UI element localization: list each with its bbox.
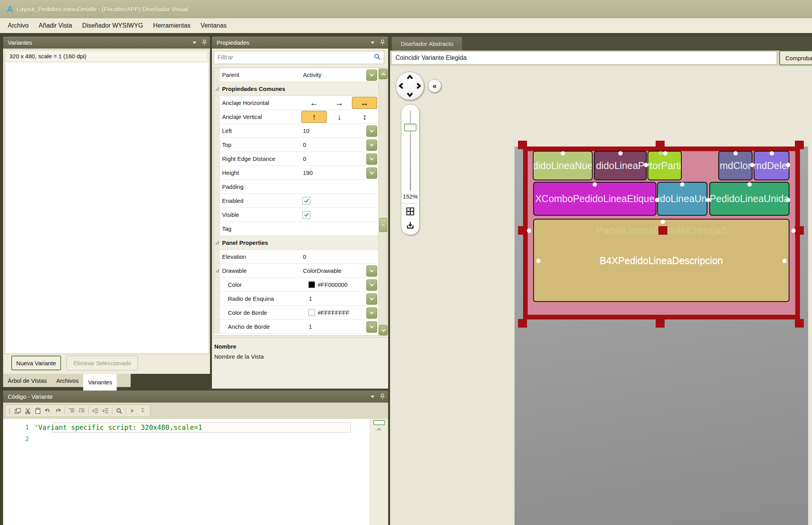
anchor-dot-green[interactable] [658, 151, 663, 155]
anchor-dot[interactable] [661, 220, 665, 224]
selection-handle[interactable] [795, 226, 804, 235]
abstract-designer-canvas[interactable]: « 152% didoLineaNuedidoLineaPPtorParticm… [390, 66, 812, 525]
panel-menu-icon[interactable] [371, 42, 374, 44]
property-row-left[interactable]: Left10 [214, 124, 378, 138]
panel-menu-icon[interactable] [371, 396, 374, 398]
anchor-dot[interactable] [655, 198, 659, 202]
anchor-dot[interactable] [593, 182, 597, 187]
property-row-drawable[interactable]: DrawableColorDrawable [214, 264, 378, 278]
copy-icon[interactable] [12, 406, 23, 415]
property-value[interactable] [301, 208, 378, 222]
nueva-variante-button[interactable]: Nueva Variante [11, 356, 61, 370]
property-value[interactable] [301, 194, 378, 208]
anchor-dot[interactable] [644, 163, 648, 167]
dropdown-button[interactable] [366, 293, 377, 305]
checkbox-enabled[interactable] [303, 197, 310, 205]
dropdown-button[interactable] [366, 70, 377, 81]
more-icon[interactable] [138, 406, 148, 415]
dock-tab-variantes[interactable]: Variantes [83, 374, 117, 391]
indent-list-2-icon[interactable] [77, 406, 87, 415]
selection-handle[interactable] [518, 319, 527, 328]
property-row-anclaje-vertical[interactable]: Anclaje Vertical↑↓↕ [214, 110, 378, 124]
code-editor[interactable]: 1'Variant specific script: 320x480,scale… [3, 419, 369, 525]
menu-item-archivo[interactable]: Archivo [3, 18, 33, 33]
property-value[interactable]: ←→↔ [301, 96, 378, 110]
property-row-right-edge-distance[interactable]: Right Edge Distance0 [214, 152, 378, 166]
snap-download-icon[interactable] [404, 220, 416, 230]
dropdown-button[interactable] [366, 307, 377, 319]
dropdown-button[interactable] [366, 265, 377, 277]
property-value[interactable]: 10 [301, 124, 378, 138]
tab-disenador-abstracto[interactable]: Diseñador Abstracto [392, 37, 462, 51]
scrollbar-thumb[interactable] [373, 420, 385, 425]
color-swatch[interactable] [308, 281, 315, 288]
dropdown-button[interactable] [366, 153, 377, 165]
anchor-dot[interactable] [786, 198, 790, 202]
anchor-top-icon[interactable]: ↑ [301, 111, 327, 123]
property-value[interactable]: #FFFFFFFF [307, 306, 378, 319]
panel-menu-icon[interactable] [192, 42, 196, 44]
property-value[interactable]: 1 [307, 292, 378, 305]
pin-icon[interactable] [380, 394, 385, 399]
expand-triangle-icon[interactable] [214, 264, 220, 277]
variants-list[interactable]: 320 x 480, scale = 1 (160 dpi) [5, 49, 209, 354]
anchor-dot[interactable] [536, 259, 541, 263]
selection-handle[interactable] [658, 226, 667, 235]
property-group-panel-properties[interactable]: Panel Properties [214, 236, 378, 250]
anchor-dot[interactable] [706, 198, 710, 202]
comprobar-button[interactable]: Comprobar [779, 51, 812, 65]
filter-input[interactable]: Filtrar [214, 51, 384, 64]
outdent-block-icon[interactable] [90, 406, 100, 415]
property-value[interactable]: 1 [307, 320, 378, 333]
undo-icon[interactable] [43, 406, 53, 415]
redo-icon[interactable] [53, 406, 63, 415]
selection-handle[interactable] [518, 226, 527, 235]
fit-to-screen-icon[interactable] [404, 206, 416, 216]
dropdown-button[interactable] [366, 140, 377, 151]
eliminar-seleccionado-button[interactable]: Eliminar Seleccionado [66, 356, 138, 370]
scroll-up-icon[interactable] [373, 426, 385, 433]
anchor-dot[interactable] [791, 228, 796, 233]
property-value[interactable]: Activity [301, 68, 378, 82]
anchor-dot[interactable] [770, 151, 774, 155]
property-row-top[interactable]: Top0 [214, 138, 378, 152]
property-value[interactable]: 190 [301, 166, 378, 180]
pin-icon[interactable] [380, 40, 385, 45]
dock-tab-árbol-de-vistas[interactable]: Árbol de Vistas [3, 374, 52, 387]
property-row-parent[interactable]: ParentActivity [214, 68, 378, 82]
anchor-dot[interactable] [782, 259, 787, 263]
variant-list-item[interactable]: 320 x 480, scale = 1 (160 dpi) [6, 51, 208, 62]
selection-handle[interactable] [656, 141, 665, 149]
selection-handle[interactable] [656, 319, 665, 328]
run-icon[interactable] [128, 406, 138, 415]
view-box-row2-2[interactable]: PedidoLineaUnida [709, 182, 789, 216]
property-row-height[interactable]: Height190 [214, 166, 378, 180]
dock-tab-archivos[interactable]: Archivos [52, 374, 84, 387]
property-value[interactable]: ColorDrawable [301, 264, 378, 277]
code-line[interactable]: 1'Variant specific script: 320x480,scale… [3, 422, 369, 433]
property-row-color-de-borde[interactable]: Color de Borde#FFFFFFFF [214, 306, 378, 320]
anchor-left-icon[interactable]: ← [301, 96, 327, 110]
paste-icon[interactable] [33, 406, 43, 415]
anchor-dot[interactable] [663, 151, 667, 155]
property-value[interactable] [301, 180, 378, 194]
property-row-padding[interactable]: Padding [214, 180, 378, 194]
zoom-slider-thumb[interactable] [404, 124, 416, 131]
anchor-right-icon[interactable]: → [327, 96, 352, 110]
dropdown-button[interactable] [366, 167, 377, 179]
anchor-both-vertical-icon[interactable]: ↕ [352, 110, 377, 124]
menu-item-ventanas[interactable]: Ventanas [196, 18, 232, 33]
toolbar-grip[interactable] [9, 408, 10, 413]
view-box-row2-0[interactable]: XComboPedidoLineaEtique [533, 182, 656, 216]
property-row-tag[interactable]: Tag [214, 222, 378, 236]
anchor-dot[interactable] [618, 151, 623, 155]
selection-handle[interactable] [518, 141, 527, 149]
zoom-slider[interactable]: 152% [401, 104, 420, 235]
variant-match-combobox[interactable]: Coincidir Variante Elegida [391, 51, 777, 65]
property-value[interactable]: 0 [301, 250, 378, 263]
property-row-radio-de-esquina[interactable]: Radio de Esquina1 [214, 292, 378, 306]
anchor-dot[interactable] [733, 151, 738, 155]
menu-item-añadir-vista[interactable]: Añadir Vista [33, 18, 77, 33]
scrollbar-thumb[interactable]: ≡ [379, 218, 387, 232]
property-row-elevation[interactable]: Elevation0 [214, 250, 378, 264]
